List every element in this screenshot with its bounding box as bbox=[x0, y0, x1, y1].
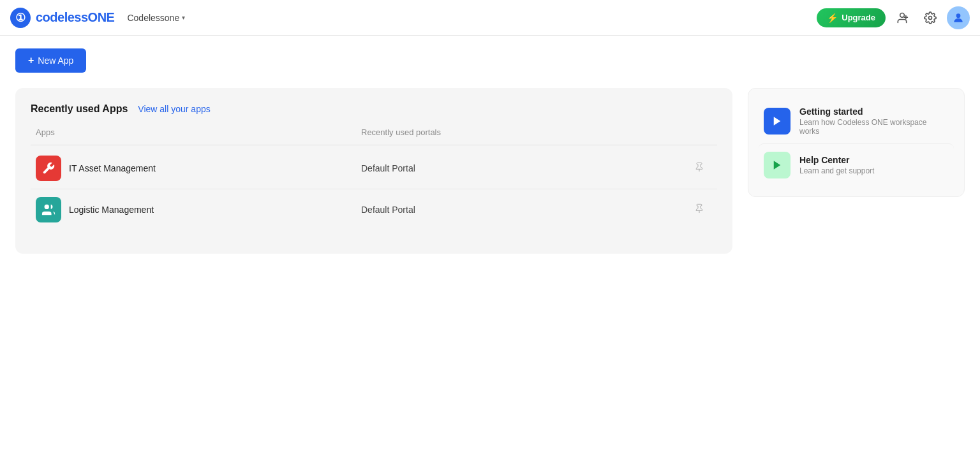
add-person-icon bbox=[896, 11, 909, 24]
app-name-logistic: Logistic Management bbox=[69, 205, 154, 215]
getting-started-icon-box bbox=[764, 108, 791, 135]
plus-icon: + bbox=[28, 55, 34, 66]
getting-started-subtitle: Learn how Codeless ONE workspace works bbox=[799, 118, 949, 136]
apps-card-header: Recently used Apps View all your apps bbox=[31, 103, 717, 115]
play-icon bbox=[771, 115, 783, 127]
getting-started-item[interactable]: Getting started Learn how Codeless ONE w… bbox=[759, 99, 954, 143]
portal-logistic: Default Portal bbox=[361, 205, 687, 215]
app-icon-logistic bbox=[36, 197, 61, 222]
settings-button[interactable] bbox=[919, 6, 942, 29]
workspace-selector[interactable]: Codelessone ▾ bbox=[122, 10, 190, 25]
app-name-it-asset: IT Asset Management bbox=[69, 163, 156, 173]
col-portals-label: Recently used portals bbox=[361, 127, 687, 137]
chevron-down-icon: ▾ bbox=[182, 14, 185, 21]
gear-icon bbox=[924, 11, 937, 24]
help-center-item[interactable]: Help Center Learn and get support bbox=[759, 143, 954, 186]
upgrade-button[interactable]: ⚡ Upgrade bbox=[817, 8, 886, 27]
apps-table-header: Apps Recently used portals bbox=[31, 127, 717, 145]
main-layout: Recently used Apps View all your apps Ap… bbox=[15, 88, 965, 254]
apps-card: Recently used Apps View all your apps Ap… bbox=[15, 88, 732, 254]
logo-text: codelessONE bbox=[36, 10, 114, 25]
app-row-logistic[interactable]: Logistic Management Default Portal bbox=[31, 189, 717, 230]
apps-section: Recently used Apps View all your apps Ap… bbox=[15, 88, 732, 254]
svg-point-6 bbox=[956, 13, 961, 18]
main-header: ① codelessONE Codelessone ▾ ⚡ Upgrade bbox=[0, 0, 980, 36]
svg-point-2 bbox=[900, 13, 905, 17]
col-apps-label: Apps bbox=[36, 127, 361, 137]
user-avatar-icon bbox=[952, 11, 965, 24]
portal-it-asset: Default Portal bbox=[361, 163, 687, 173]
app-info-it-asset: IT Asset Management bbox=[36, 156, 361, 181]
help-center-icon-box bbox=[764, 152, 791, 178]
help-center-text: Help Center Learn and get support bbox=[799, 155, 874, 175]
header-right: ⚡ Upgrade bbox=[817, 6, 970, 29]
pin-icon-it-asset[interactable] bbox=[687, 162, 712, 175]
getting-started-title: Getting started bbox=[799, 106, 949, 117]
svg-marker-10 bbox=[774, 117, 781, 126]
page-content: + New App Recently used Apps View all yo… bbox=[0, 36, 980, 266]
app-row-it-asset[interactable]: IT Asset Management Default Portal bbox=[31, 148, 717, 189]
getting-started-text: Getting started Learn how Codeless ONE w… bbox=[799, 106, 949, 136]
bolt-icon: ⚡ bbox=[827, 13, 838, 23]
sidebar-panel: Getting started Learn how Codeless ONE w… bbox=[748, 88, 965, 254]
app-icon-it-asset bbox=[36, 156, 61, 181]
pin-icon-logistic[interactable] bbox=[687, 203, 712, 216]
user-avatar-button[interactable] bbox=[947, 6, 970, 29]
workspace-name: Codelessone bbox=[127, 13, 179, 23]
logo: ① codelessONE bbox=[10, 8, 114, 28]
view-all-link[interactable]: View all your apps bbox=[138, 104, 210, 114]
svg-text:①: ① bbox=[15, 11, 26, 24]
app-info-logistic: Logistic Management bbox=[36, 197, 361, 222]
header-left: ① codelessONE Codelessone ▾ bbox=[10, 8, 190, 28]
play-icon-green bbox=[771, 159, 783, 171]
svg-point-8 bbox=[45, 205, 49, 209]
add-user-button[interactable] bbox=[891, 6, 914, 29]
apps-card-title: Recently used Apps bbox=[31, 103, 128, 115]
help-center-title: Help Center bbox=[799, 155, 874, 165]
svg-marker-11 bbox=[774, 161, 781, 170]
logo-icon: ① bbox=[10, 8, 31, 28]
svg-point-5 bbox=[929, 16, 932, 19]
sidebar-card: Getting started Learn how Codeless ONE w… bbox=[748, 88, 965, 197]
new-app-button[interactable]: + New App bbox=[15, 48, 86, 73]
help-center-subtitle: Learn and get support bbox=[799, 166, 874, 175]
